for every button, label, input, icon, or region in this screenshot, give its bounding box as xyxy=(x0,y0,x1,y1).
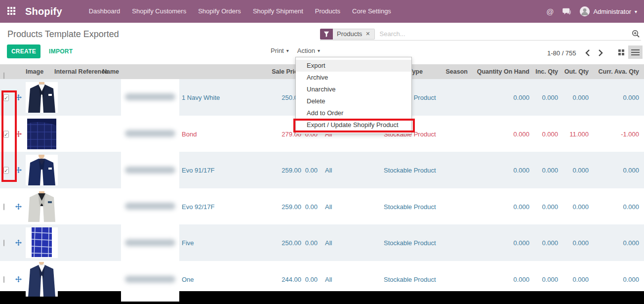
import-button[interactable]: IMPORT xyxy=(49,48,73,55)
page-title: Products Template Exported xyxy=(7,29,119,40)
create-button[interactable]: CREATE xyxy=(7,44,40,58)
product-name: 1 Navy White xyxy=(182,94,220,101)
inc-qty: 0.000 xyxy=(528,167,558,174)
column-header-image[interactable]: Image xyxy=(26,64,43,79)
column-header-inc-qty[interactable]: Inc. Qty xyxy=(528,64,558,79)
app-window: Shopify Dashboard Shopify Customers Shop… xyxy=(0,0,644,304)
brand-logo[interactable]: Shopify xyxy=(25,6,62,17)
nav-item-shopify-shipment[interactable]: Shopify Shipment xyxy=(247,0,309,23)
list-view-button[interactable] xyxy=(628,45,643,59)
menu-item-export[interactable]: Export xyxy=(296,60,411,72)
table-row[interactable]: Evo 92/17F 259.00 0.00 All Stockable Pro… xyxy=(0,188,644,224)
nav-item-products[interactable]: Products xyxy=(309,0,346,23)
select-all-checkbox[interactable] xyxy=(3,72,4,79)
pager-next-button[interactable] xyxy=(594,47,607,59)
inc-qty: 0.000 xyxy=(528,239,558,247)
facet-remove-icon[interactable]: ✕ xyxy=(365,31,370,37)
search-facet: Products ✕ xyxy=(320,29,375,40)
user-avatar xyxy=(580,6,590,16)
column-header-sale-price[interactable]: Sale Price xyxy=(247,64,301,79)
product-image xyxy=(26,155,58,185)
inc-qty: 0.000 xyxy=(528,276,558,283)
product-image xyxy=(26,82,58,113)
user-menu[interactable]: Administrator ▾ xyxy=(580,6,637,16)
curr-ava-qty: 0.000 xyxy=(597,203,639,210)
top-navbar: Shopify Dashboard Shopify Customers Shop… xyxy=(0,0,644,23)
curr-ava-qty: 0.000 xyxy=(597,239,639,247)
drag-handle-icon[interactable] xyxy=(15,94,22,101)
row-checkbox-unchecked[interactable] xyxy=(3,276,4,283)
row-checkbox-unchecked[interactable] xyxy=(3,240,4,247)
drag-handle-icon[interactable] xyxy=(15,130,22,137)
pos-value: All xyxy=(325,203,332,210)
main-nav: Dashboard Shopify Customers Shopify Orde… xyxy=(83,0,397,23)
menu-item-unarchive[interactable]: Unarchive xyxy=(296,84,411,95)
column-header-out-qty[interactable]: Out. Qty xyxy=(559,64,589,79)
redacted-text xyxy=(125,93,175,100)
redacted-text xyxy=(125,239,175,246)
list-view-icon xyxy=(631,49,640,55)
drag-handle-icon[interactable] xyxy=(15,203,22,210)
product-image xyxy=(26,191,58,222)
drag-handle-icon[interactable] xyxy=(15,276,22,283)
curr-ava-qty: 0.000 xyxy=(597,167,639,174)
menu-item-export-update-shopify-product[interactable]: Export / Update Shopify Product xyxy=(296,119,411,131)
pos-value: All xyxy=(325,167,332,174)
column-header-qty-on-hand[interactable]: Quantity On Hand xyxy=(470,64,529,79)
action-dropdown-button[interactable]: Action ▾ xyxy=(297,47,320,54)
column-header-curr-ava-qty[interactable]: Curr. Ava. Qty xyxy=(597,64,639,79)
product-type: Stockable Product xyxy=(384,167,436,174)
product-name: Five xyxy=(182,239,194,247)
drag-handle-icon[interactable] xyxy=(15,167,22,174)
row-checkbox-unchecked[interactable] xyxy=(3,203,4,210)
inc-qty: 0.000 xyxy=(528,94,558,101)
pager-range: 1-80 / 755 xyxy=(547,49,576,57)
qty-value: 0.00 xyxy=(284,203,318,210)
nav-item-shopify-orders[interactable]: Shopify Orders xyxy=(192,0,247,23)
messages-chat-icon[interactable] xyxy=(563,8,571,15)
out-qty: 11.000 xyxy=(559,130,589,137)
product-type: Stockable Product xyxy=(384,239,436,247)
nav-item-core-settings[interactable]: Core Settings xyxy=(346,0,397,23)
product-name: Evo 91/17F xyxy=(182,167,215,174)
curr-ava-qty: 0.000 xyxy=(597,94,639,101)
column-header-name[interactable]: Name xyxy=(102,64,119,79)
qty-on-hand: 0.000 xyxy=(489,94,529,101)
product-name: One xyxy=(182,276,194,283)
drag-handle-icon[interactable] xyxy=(15,240,22,246)
column-header-internal-reference[interactable]: Internal Reference xyxy=(54,64,108,79)
out-qty: 0.000 xyxy=(559,239,589,247)
pager: 1-80 / 755 xyxy=(547,47,607,59)
row-checkbox-checked[interactable]: ✓ xyxy=(3,94,9,101)
menu-item-delete[interactable]: Delete xyxy=(296,95,411,107)
bottom-black-bar xyxy=(0,291,644,304)
print-dropdown-button[interactable]: Print ▾ xyxy=(271,47,289,54)
search-input[interactable] xyxy=(379,30,632,38)
table-row[interactable]: Five 250.00 0.00 All Stockable Product 0… xyxy=(0,224,644,261)
nav-item-shopify-customers[interactable]: Shopify Customers xyxy=(126,0,192,23)
product-name: Bond xyxy=(182,130,197,137)
kanban-grid-icon xyxy=(618,49,624,55)
action-dropdown-menu: Export Archive Unarchive Delete Add to O… xyxy=(295,57,412,134)
user-name: Administrator xyxy=(593,8,631,15)
column-header-season[interactable]: Season xyxy=(433,64,468,79)
kanban-view-button[interactable] xyxy=(614,45,628,59)
apps-grid-icon[interactable] xyxy=(7,7,16,16)
nav-item-dashboard[interactable]: Dashboard xyxy=(83,0,126,23)
inc-qty: 0.000 xyxy=(528,203,558,210)
menu-item-archive[interactable]: Archive xyxy=(296,72,411,84)
chevron-down-icon: ▾ xyxy=(318,48,320,53)
curr-ava-qty: 0.000 xyxy=(597,276,639,283)
pager-previous-button[interactable] xyxy=(581,47,594,59)
table-row[interactable]: ✓ Evo 91/17F 259.00 0.00 All Stockable P… xyxy=(0,152,644,188)
qty-on-hand: 0.000 xyxy=(489,203,529,210)
qty-on-hand: 0.000 xyxy=(489,276,529,283)
row-checkbox-checked[interactable]: ✓ xyxy=(3,167,9,174)
menu-item-add-to-order[interactable]: Add to Order xyxy=(296,107,411,119)
qty-on-hand: 0.000 xyxy=(489,130,529,137)
view-switcher xyxy=(614,45,643,59)
mentions-at-icon[interactable]: @ xyxy=(546,7,554,16)
search-magnifier-icon[interactable] xyxy=(632,30,640,38)
search-facet-label: Products xyxy=(337,30,362,38)
row-checkbox-checked[interactable]: ✓ xyxy=(3,130,9,137)
